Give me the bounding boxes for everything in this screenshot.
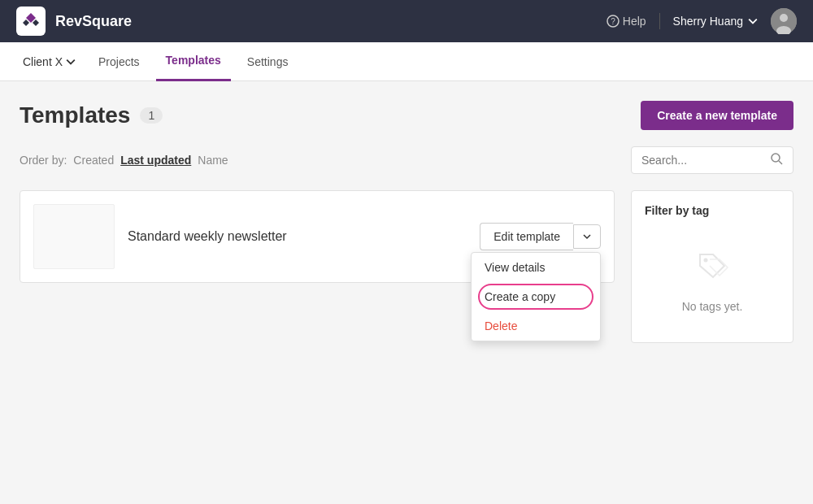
- search-box: [631, 146, 793, 174]
- nav-templates[interactable]: Templates: [156, 42, 231, 81]
- filter-empty: No tags yet.: [645, 230, 780, 329]
- filter-panel: Filter by tag No tags yet.: [631, 190, 793, 343]
- nav-settings[interactable]: Settings: [237, 42, 298, 81]
- user-name: Sherry Huang: [673, 15, 743, 28]
- tag-icon: [692, 246, 733, 290]
- page-title-area: Templates 1: [20, 102, 163, 128]
- template-name: Standard weekly newsletter: [128, 229, 467, 244]
- svg-text:?: ?: [611, 17, 615, 26]
- svg-point-7: [704, 259, 708, 263]
- template-dropdown-menu: View details Create a copy Delete: [471, 252, 601, 341]
- sub-nav: Client X Projects Templates Settings: [0, 42, 813, 81]
- filter-title: Filter by tag: [645, 204, 780, 217]
- main-content: Templates 1 Create a new template Order …: [0, 81, 813, 363]
- create-copy-item[interactable]: Create a copy: [472, 282, 600, 311]
- help-label: Help: [623, 15, 646, 28]
- svg-line-6: [779, 161, 782, 164]
- page-title: Templates: [20, 102, 130, 128]
- order-created[interactable]: Created: [73, 154, 114, 167]
- chevron-down-icon: [582, 232, 592, 241]
- templates-list: Standard weekly newsletter Edit template…: [20, 190, 615, 343]
- help-button[interactable]: ? Help: [606, 15, 646, 28]
- svg-point-5: [772, 154, 780, 162]
- user-menu-button[interactable]: Sherry Huang: [673, 15, 758, 28]
- template-actions: Edit template View details Create a copy…: [480, 223, 601, 250]
- search-input[interactable]: [641, 154, 763, 167]
- avatar-icon: [771, 8, 797, 34]
- top-nav-right: ? Help Sherry Huang: [606, 8, 797, 34]
- create-copy-wrapper: Create a copy: [472, 282, 600, 311]
- search-icon: [770, 152, 783, 168]
- chevron-down-icon: [66, 57, 76, 67]
- help-icon: ?: [606, 15, 620, 28]
- page-header: Templates 1 Create a new template: [20, 101, 793, 130]
- order-by: Order by: Created Last updated Name: [20, 154, 228, 167]
- template-thumbnail: [33, 204, 115, 269]
- delete-item[interactable]: Delete: [472, 311, 600, 341]
- filter-card: Filter by tag No tags yet.: [631, 190, 793, 343]
- nav-divider: [659, 13, 660, 29]
- svg-point-3: [780, 14, 788, 22]
- content-area: Standard weekly newsletter Edit template…: [20, 190, 793, 343]
- template-count-badge: 1: [140, 107, 163, 124]
- chevron-down-icon: [748, 16, 758, 26]
- edit-template-button[interactable]: Edit template: [480, 223, 573, 250]
- client-label: Client X: [23, 55, 63, 68]
- view-details-item[interactable]: View details: [472, 253, 600, 282]
- order-name[interactable]: Name: [198, 154, 228, 167]
- order-by-label: Order by:: [20, 154, 67, 167]
- app-name: RevSquare: [55, 13, 132, 30]
- template-dropdown-button[interactable]: [573, 224, 601, 249]
- top-nav: RevSquare ? Help Sherry Huang: [0, 0, 813, 42]
- client-selector[interactable]: Client X: [16, 52, 82, 72]
- toolbar: Order by: Created Last updated Name: [20, 146, 793, 174]
- logo-icon: [16, 7, 46, 36]
- top-nav-left: RevSquare: [16, 7, 132, 36]
- filter-empty-text: No tags yet.: [682, 300, 743, 313]
- avatar[interactable]: [771, 8, 797, 34]
- nav-projects[interactable]: Projects: [89, 42, 150, 81]
- order-last-updated[interactable]: Last updated: [120, 154, 191, 167]
- template-card: Standard weekly newsletter Edit template…: [20, 190, 615, 283]
- create-template-button[interactable]: Create a new template: [641, 101, 793, 130]
